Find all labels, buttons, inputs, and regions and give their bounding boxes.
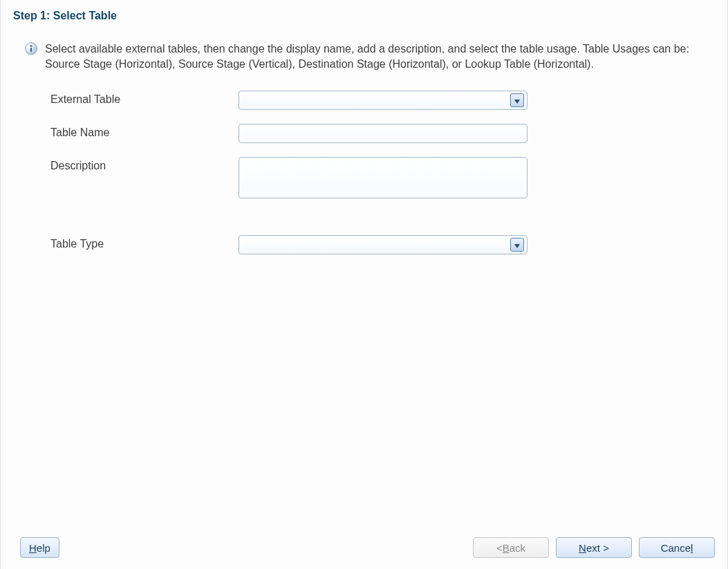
chevron-down-icon (514, 239, 520, 250)
wizard-footer: Help < Back Next > Cancel (1, 537, 727, 558)
description-label: Description (50, 157, 239, 172)
field-external-table: External Table (50, 91, 727, 110)
table-type-dropdown-button[interactable] (510, 238, 524, 252)
form-area: External Table Table Name D (1, 71, 727, 254)
description-textarea[interactable] (239, 157, 528, 198)
field-table-type: Table Type (50, 235, 727, 254)
table-name-label: Table Name (50, 124, 239, 139)
step-title: Step 1: Select Table (1, 0, 727, 29)
back-button-prefix: < (496, 542, 503, 554)
cancel-button[interactable]: Cancel (639, 537, 715, 558)
back-button-mnemonic: B (503, 542, 510, 554)
info-row: Select available external tables, then c… (1, 29, 727, 71)
back-button-suffix: ack (510, 542, 525, 554)
table-type-select[interactable] (239, 235, 528, 254)
field-description: Description (50, 157, 727, 200)
next-button-mnemonic: N (579, 542, 586, 554)
next-button-suffix: ext > (586, 542, 609, 554)
table-type-label: Table Type (50, 235, 239, 250)
wizard-step-panel: Step 1: Select Table Select available ex… (0, 0, 728, 569)
next-button[interactable]: Next > (556, 537, 632, 558)
help-button-mnemonic: H (29, 542, 37, 554)
help-button[interactable]: Help (20, 537, 59, 558)
svg-rect-2 (30, 48, 32, 52)
external-table-dropdown-button[interactable] (510, 93, 524, 107)
external-table-label: External Table (50, 91, 239, 106)
external-table-select[interactable] (239, 91, 528, 110)
help-button-suffix: elp (37, 542, 50, 554)
chevron-down-icon (514, 95, 520, 106)
info-icon (24, 42, 38, 56)
field-table-name: Table Name (50, 124, 727, 143)
cancel-button-mnemonic: l (691, 542, 693, 554)
table-name-input[interactable] (239, 124, 528, 143)
back-button: < Back (473, 537, 549, 558)
info-text: Select available external tables, then c… (38, 41, 715, 71)
svg-point-1 (30, 45, 32, 47)
cancel-button-prefix: Cance (661, 542, 691, 554)
